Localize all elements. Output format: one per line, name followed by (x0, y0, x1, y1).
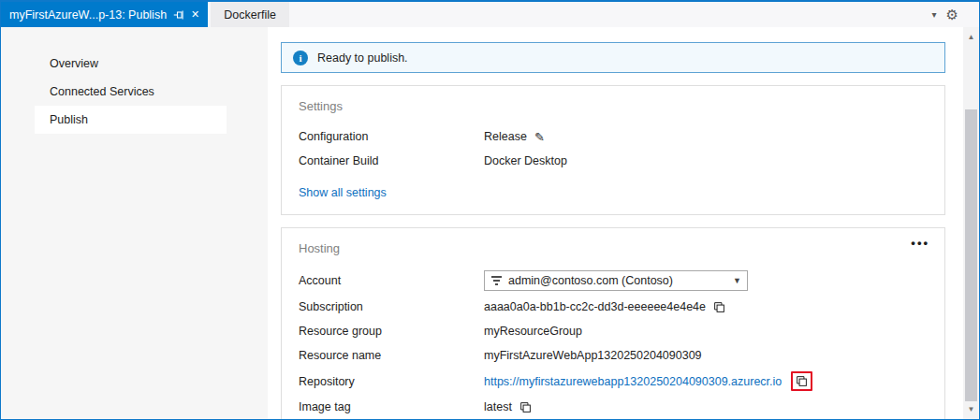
settings-card: Settings Configuration Release ✎ Contain… (281, 85, 945, 215)
configuration-value: Release (484, 130, 527, 143)
container-build-row: Container Build Docker Desktop (299, 152, 928, 169)
settings-title: Settings (299, 99, 928, 113)
subscription-row: Subscription aaaa0a0a-bb1b-cc2c-dd3d-eee… (299, 298, 928, 315)
image-tag-label: Image tag (299, 400, 484, 413)
tab-publish[interactable]: myFirstAzureW...p-13: Publish ✕ (1, 2, 208, 27)
sidebar-item-publish[interactable]: Publish (35, 106, 227, 134)
sidebar-item-connected-services-label: Connected Services (50, 85, 154, 98)
repository-link[interactable]: https://myfirstazurewebapp13202502040903… (484, 375, 782, 388)
vs-publish-window: myFirstAzureW...p-13: Publish ✕ Dockerfi… (0, 0, 980, 420)
tab-dockerfile[interactable]: Dockerfile (211, 2, 289, 27)
tab-publish-label: myFirstAzureW...p-13: Publish (9, 8, 167, 22)
resource-group-row: Resource group myResourceGroup (299, 323, 928, 340)
pin-icon[interactable] (173, 9, 184, 21)
tab-list-dropdown-icon[interactable]: ▾ (932, 9, 937, 20)
subscription-value: aaaa0a0a-bb1b-cc2c-dd3d-eeeeee4e4e4e (484, 300, 706, 313)
account-dropdown-value: admin@contoso.com (Contoso) (508, 274, 673, 287)
show-all-settings-link[interactable]: Show all settings (299, 186, 387, 199)
publish-main-panel: i Ready to publish. Settings Configurati… (268, 27, 963, 419)
account-label: Account (299, 274, 484, 287)
edit-icon[interactable]: ✎ (534, 130, 545, 144)
tab-dockerfile-label: Dockerfile (224, 8, 276, 22)
sidebar-item-overview-label: Overview (50, 57, 98, 70)
document-tab-bar: myFirstAzureW...p-13: Publish ✕ Dockerfi… (1, 2, 979, 27)
status-banner: i Ready to publish. (281, 42, 945, 73)
gear-icon[interactable]: ⚙ (946, 7, 958, 22)
account-dropdown[interactable]: admin@contoso.com (Contoso) ▼ (484, 270, 748, 291)
close-icon[interactable]: ✕ (191, 9, 199, 20)
chevron-down-icon: ▼ (733, 276, 741, 285)
account-filter-icon (490, 276, 502, 285)
scrollbar-thumb[interactable] (965, 109, 977, 401)
account-row: Account admin@contoso.com (Contoso) ▼ (299, 270, 928, 291)
sidebar-item-connected-services[interactable]: Connected Services (35, 78, 227, 106)
scroll-up-icon[interactable]: ▲ (963, 29, 979, 45)
resource-group-value: myResourceGroup (484, 325, 582, 338)
vertical-scrollbar[interactable]: ▲ ▼ (963, 27, 979, 419)
resource-name-label: Resource name (299, 349, 484, 362)
repository-label: Repository (299, 375, 484, 388)
sidebar-item-publish-label: Publish (50, 113, 88, 126)
configuration-row: Configuration Release ✎ (299, 128, 928, 145)
scroll-down-icon[interactable]: ▼ (963, 401, 979, 417)
status-banner-text: Ready to publish. (317, 51, 408, 65)
container-build-label: Container Build (299, 154, 484, 167)
copy-repository-icon[interactable] (796, 375, 808, 387)
repository-row: Repository https://myfirstazurewebapp132… (299, 371, 928, 391)
resource-name-value: myFirstAzureWebApp1320250204090309 (484, 349, 702, 362)
annotation-highlight-box (791, 371, 812, 391)
resource-group-label: Resource group (299, 325, 484, 338)
container-build-value: Docker Desktop (484, 154, 567, 167)
subscription-label: Subscription (299, 300, 484, 313)
resource-name-row: Resource name myFirstAzureWebApp13202502… (299, 347, 928, 364)
sidebar-item-overview[interactable]: Overview (35, 50, 227, 78)
hosting-menu-button[interactable]: ••• (911, 236, 929, 250)
image-tag-row: Image tag latest (299, 398, 928, 415)
configuration-label: Configuration (299, 130, 484, 143)
copy-subscription-icon[interactable] (713, 301, 725, 313)
hosting-title: Hosting (299, 241, 928, 255)
image-tag-value: latest (484, 400, 512, 413)
publish-sidebar: Overview Connected Services Publish (1, 27, 268, 419)
hosting-card: ••• Hosting Account admin@contoso.com (C… (281, 227, 945, 419)
info-icon: i (293, 51, 308, 65)
copy-image-tag-icon[interactable] (519, 401, 532, 413)
